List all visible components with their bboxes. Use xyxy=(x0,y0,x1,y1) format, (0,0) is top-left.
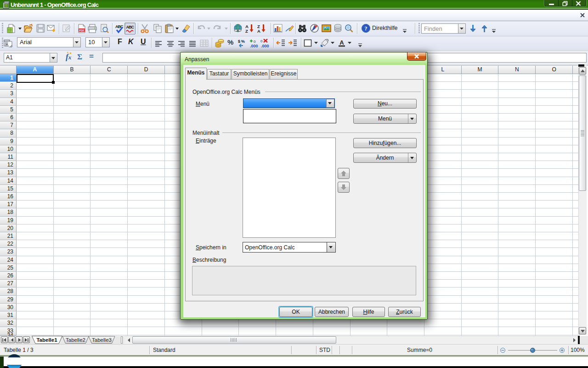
svg-text:0: 0 xyxy=(260,39,263,43)
svg-text:ABC: ABC xyxy=(126,25,135,29)
svg-text:0: 0 xyxy=(254,40,256,44)
svg-text:A: A xyxy=(257,29,260,34)
svg-text:%: % xyxy=(241,39,245,44)
svg-text:.000: .000 xyxy=(261,44,269,48)
svg-text:A: A xyxy=(339,39,344,46)
svg-text:?: ? xyxy=(365,25,368,32)
svg-text:.000: .000 xyxy=(250,44,258,48)
svg-text:Z: Z xyxy=(245,29,248,34)
svg-text:PDF: PDF xyxy=(79,29,85,32)
svg-text:$: $ xyxy=(238,39,240,44)
